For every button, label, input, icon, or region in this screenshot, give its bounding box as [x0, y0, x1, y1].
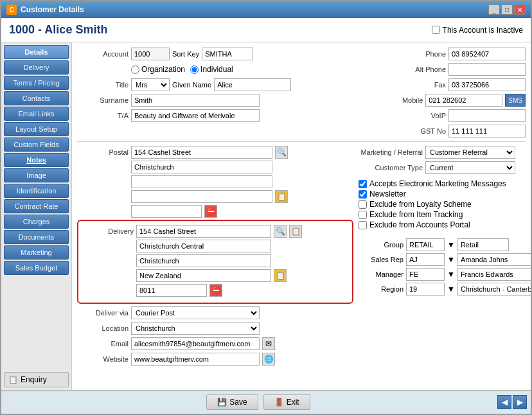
org-radio-item: Organization — [131, 65, 185, 74]
sidebar-item-contacts[interactable]: Contacts — [4, 91, 69, 105]
delivery-search-button[interactable]: 🔍 — [274, 225, 287, 238]
website-field[interactable] — [131, 353, 260, 366]
email-row: Email ✉ — [77, 337, 353, 350]
sidebar-item-identification[interactable]: Identification — [4, 184, 69, 198]
sidebar-item-details[interactable]: Details — [4, 45, 69, 59]
sort-key-field[interactable] — [202, 48, 253, 60]
sidebar-item-delivery[interactable]: Delivery — [4, 60, 69, 75]
given-name-field[interactable] — [214, 78, 291, 91]
postal-stop-button[interactable]: ⛔ — [204, 205, 217, 218]
exit-button[interactable]: 🚪 Exit — [263, 394, 310, 410]
organization-radio[interactable] — [131, 66, 139, 74]
title-select[interactable]: Mrs Mr Ms Dr — [131, 78, 170, 91]
deliver-via-label: Deliver via — [77, 309, 129, 317]
gst-row: GST No — [77, 125, 526, 137]
sidebar-item-marketing[interactable]: Marketing — [4, 245, 69, 260]
sidebar: Details Delivery Terms / Pricing Contact… — [1, 42, 72, 390]
customer-type-select[interactable]: Current — [425, 161, 515, 174]
electronic-marketing-checkbox[interactable] — [359, 180, 367, 188]
group-row: Group ▼ — [359, 238, 526, 251]
gst-field[interactable] — [448, 125, 526, 137]
left-section: Postal 🔍 — [77, 146, 353, 368]
phone-field[interactable] — [448, 48, 526, 60]
delivery1-field[interactable] — [136, 225, 271, 238]
maximize-button[interactable]: □ — [501, 4, 513, 15]
account-field[interactable] — [131, 48, 170, 60]
sales-rep-code-field[interactable] — [406, 253, 445, 266]
footer-bar: 💾 Save 🚪 Exit ◀ ▶ — [1, 390, 531, 414]
region-code-field[interactable] — [406, 283, 445, 296]
website-go-button[interactable]: 🌐 — [262, 353, 275, 366]
delivery-label: Delivery — [82, 227, 134, 235]
postal3-row — [77, 175, 353, 188]
nav-buttons: ◀ ▶ — [497, 395, 527, 409]
sms-button[interactable]: SMS — [505, 94, 526, 107]
enquiry-button[interactable]: 📋 Enquiry — [4, 372, 69, 387]
alt-phone-field[interactable] — [448, 63, 526, 76]
individual-radio[interactable] — [190, 66, 199, 74]
sidebar-item-charges[interactable]: Charges — [4, 215, 69, 229]
sidebar-item-terms-pricing[interactable]: Terms / Pricing — [4, 76, 69, 90]
postal2-row — [77, 161, 353, 173]
loyalty-label: Exclude from Loyalty Scheme — [369, 200, 472, 209]
loyalty-checkbox[interactable] — [359, 200, 367, 209]
surname-field[interactable] — [131, 94, 260, 107]
window-controls: _ □ ✕ — [488, 4, 526, 15]
deliver-via-select[interactable]: Courier Post — [131, 306, 260, 319]
location-select[interactable]: Christchurch — [131, 322, 260, 335]
fax-field[interactable] — [448, 78, 526, 91]
delivery5-field[interactable] — [136, 284, 207, 297]
manager-name-field[interactable] — [457, 268, 531, 281]
email-send-button[interactable]: ✉ — [262, 337, 275, 350]
email-label: Email — [77, 340, 129, 348]
email-field[interactable] — [131, 337, 260, 350]
sidebar-item-notes[interactable]: Notes — [4, 153, 69, 167]
mobile-field[interactable] — [425, 94, 502, 107]
postal-search-button[interactable]: 🔍 — [275, 146, 288, 159]
save-label: Save — [229, 398, 247, 407]
exit-icon: 🚪 — [274, 398, 284, 407]
postal5-field[interactable] — [131, 205, 202, 218]
sidebar-item-documents[interactable]: Documents — [4, 230, 69, 244]
sales-rep-name-field[interactable] — [457, 253, 531, 266]
marketing-select[interactable]: Customer Referral — [425, 146, 515, 159]
postal1-field[interactable] — [131, 146, 272, 159]
delivery-copy-button[interactable]: 📋 — [289, 225, 302, 238]
accounts-portal-checkbox[interactable] — [359, 221, 367, 229]
sidebar-item-sales-budget[interactable]: Sales Budget — [4, 261, 69, 275]
postal4-row: 📋 — [77, 190, 353, 203]
newsletter-checkbox[interactable] — [359, 190, 367, 199]
save-button[interactable]: 💾 Save — [206, 394, 258, 410]
group-name-field[interactable] — [457, 238, 509, 251]
postal4-field[interactable] — [131, 190, 272, 203]
sidebar-item-layout-setup[interactable]: Layout Setup — [4, 122, 69, 136]
postal2-field[interactable] — [131, 161, 272, 173]
minimize-button[interactable]: _ — [488, 4, 500, 15]
voip-label: VoIP — [382, 112, 446, 119]
delivery4-field[interactable] — [136, 269, 271, 282]
title-row: Title Mrs Mr Ms Dr Given Name Fax — [77, 78, 526, 91]
sort-key-label: Sort Key — [172, 50, 199, 58]
inactive-checkbox[interactable] — [432, 26, 440, 34]
delivery2-field[interactable] — [136, 240, 271, 252]
region-name-field[interactable] — [457, 283, 531, 296]
delivery3-field[interactable] — [136, 254, 271, 267]
footer-buttons: 💾 Save 🚪 Exit — [19, 394, 497, 410]
voip-field[interactable] — [448, 109, 526, 122]
sidebar-item-image[interactable]: Image — [4, 168, 69, 182]
postal3-field[interactable] — [131, 175, 272, 188]
gst-label: GST No — [382, 127, 446, 135]
group-code-field[interactable] — [406, 238, 445, 251]
sidebar-item-contract-rate[interactable]: Contract Rate — [4, 199, 69, 213]
postal-copy-button[interactable]: 📋 — [275, 190, 288, 203]
close-button[interactable]: ✕ — [514, 4, 526, 15]
sidebar-item-email-links[interactable]: Email Links — [4, 107, 69, 121]
delivery-stop-button[interactable]: ⛔ — [209, 284, 222, 297]
sidebar-item-custom-fields[interactable]: Custom Fields — [4, 137, 69, 152]
next-button[interactable]: ▶ — [513, 395, 527, 409]
ta-field[interactable] — [131, 109, 260, 122]
delivery-copy2-button[interactable]: 📋 — [274, 269, 287, 282]
manager-code-field[interactable] — [406, 268, 445, 281]
item-tracking-checkbox[interactable] — [359, 211, 367, 219]
prev-button[interactable]: ◀ — [497, 395, 511, 409]
